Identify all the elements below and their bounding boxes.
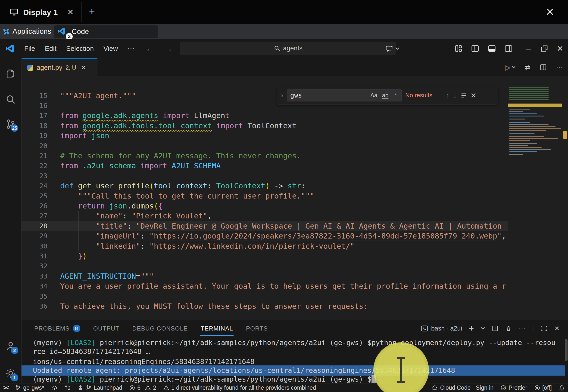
code-line-28[interactable]: 28 "title": "DevRel Engineer @ Google Wo…: [22, 221, 508, 231]
code-editor[interactable]: 15"""A2UI agent."""1617from google.adk.a…: [22, 76, 508, 320]
code-line-22[interactable]: 22from .a2ui_schema import A2UI_SCHEMA: [22, 161, 508, 171]
terminal-dropdown-icon[interactable]: [481, 327, 485, 330]
menu-edit[interactable]: Edit: [40, 45, 61, 52]
find-in-selection-icon[interactable]: [460, 92, 467, 99]
terminal-line[interactable]: rce id=5834638717142171648 …: [22, 347, 568, 356]
nav-forward-icon[interactable]: →: [164, 44, 173, 54]
taskbar-window-label: Code: [72, 28, 89, 36]
display-tab-close-icon[interactable]: ✕: [67, 7, 74, 17]
window-close-icon[interactable]: ✕: [557, 44, 564, 53]
match-case-icon[interactable]: Aa: [369, 92, 379, 99]
code-line-33[interactable]: 33AGENT_INSTRUCTION=""": [22, 271, 508, 281]
compare-icon: [65, 385, 71, 391]
menu-selection[interactable]: Selection: [61, 45, 99, 52]
overview-ruler[interactable]: [562, 76, 568, 320]
new-terminal-icon[interactable]: +: [469, 323, 474, 333]
compare-changes-item[interactable]: [65, 385, 71, 391]
nav-back-icon[interactable]: ←: [145, 44, 154, 54]
remote-indicator[interactable]: ><: [3, 384, 8, 391]
terminal-cursor: [372, 375, 376, 383]
code-line-17[interactable]: 17from google.adk.agents import LlmAgent: [22, 111, 508, 121]
terminal-instance[interactable]: bash - a2ui: [421, 325, 462, 332]
prettier-status-item[interactable]: Prettier: [500, 384, 527, 391]
screencast-status-item[interactable]: [off]: [534, 384, 552, 391]
notifications-status-item[interactable]: [559, 385, 565, 391]
accounts-icon[interactable]: 2: [5, 341, 16, 351]
toggle-replace-icon[interactable]: ›: [281, 92, 283, 99]
command-center-search[interactable]: agents: [180, 42, 396, 55]
find-close-icon[interactable]: ✕: [471, 91, 476, 99]
vulnerability-status-item[interactable]: 1 direct vulnerability found for all the…: [163, 384, 316, 391]
taskbar-window-button-code[interactable]: 3 Code: [54, 26, 158, 38]
code-line-31[interactable]: 31 }): [22, 251, 508, 261]
display-tab[interactable]: Display 1 ✕: [5, 3, 79, 21]
new-display-button[interactable]: +: [86, 4, 98, 19]
panel-more-icon[interactable]: ···: [519, 325, 525, 332]
code-line-25[interactable]: 25 """Call this tool to get the current …: [22, 191, 508, 201]
customize-layout-icon[interactable]: [455, 45, 463, 53]
close-panel-icon[interactable]: ✕: [554, 325, 560, 332]
code-line-27[interactable]: 27 "name": "Pierrick Voulet",: [22, 211, 508, 221]
code-line-34[interactable]: 34You are a user profile assistant. Your…: [22, 281, 508, 291]
copilot-chat-icon[interactable]: [386, 45, 400, 53]
terminal-line[interactable]: ions/us-central1/reasoningEngines/583463…: [22, 357, 568, 366]
window-minimize-icon[interactable]: [525, 45, 532, 52]
launchpad-item[interactable]: Launchpad: [77, 384, 122, 391]
cloud-code-status-item[interactable]: Cloud Code - Sign in: [431, 384, 493, 391]
code-line-20[interactable]: 20: [22, 141, 508, 151]
code-line-30[interactable]: 30 "linkedin": "https://www.linkedin.com…: [22, 241, 508, 251]
panel-tab-terminal[interactable]: TERMINAL: [201, 325, 233, 332]
kill-terminal-icon[interactable]: [505, 325, 512, 332]
code-line-19[interactable]: 19import json: [22, 131, 508, 141]
menu-overflow[interactable]: ⋯: [123, 45, 139, 53]
terminal-line[interactable]: Updated remote agent: projects/a2ui-agen…: [22, 366, 568, 375]
explorer-icon[interactable]: [5, 69, 16, 79]
menu-view[interactable]: View: [99, 45, 123, 52]
line-number: 31: [22, 252, 47, 260]
search-view-icon[interactable]: [5, 94, 16, 105]
terminal-line[interactable]: (myenv) [LOAS2] pierrick@pierrick:~/git/…: [22, 338, 568, 347]
maximize-panel-icon[interactable]: [541, 325, 547, 332]
find-input[interactable]: gws Aa ab .*: [287, 89, 402, 101]
code-line-35[interactable]: 35: [22, 291, 508, 301]
code-line-36[interactable]: 36To achieve this, you MUST follow these…: [22, 301, 508, 311]
terminal-output[interactable]: (myenv) [LOAS2] pierrick@pierrick:~/git/…: [22, 338, 568, 384]
split-terminal-icon[interactable]: [492, 325, 498, 332]
error-icon: [129, 385, 135, 391]
toggle-sidebar-icon[interactable]: [471, 45, 479, 53]
applications-menu-button[interactable]: Applications: [0, 24, 60, 39]
more-actions-icon[interactable]: ···: [556, 63, 563, 71]
code-line-21[interactable]: 21# The schema for any A2UI message. Thi…: [22, 151, 508, 161]
menu-file[interactable]: File: [19, 45, 40, 52]
code-line-24[interactable]: 24def get_user_profile(tool_context: Too…: [22, 181, 508, 191]
code-line-29[interactable]: 29 "imageUrl": "https://io.google/2024/s…: [22, 231, 508, 241]
code-line-23[interactable]: 23: [22, 171, 508, 181]
tab-agent-py[interactable]: agent.py 2, U ✕: [22, 58, 97, 76]
split-editor-icon[interactable]: [540, 64, 547, 71]
run-python-button[interactable]: ▷: [505, 63, 515, 71]
viewer-close-icon[interactable]: ✕: [543, 5, 556, 19]
source-control-icon[interactable]: 25: [5, 119, 16, 129]
window-restore-icon[interactable]: [541, 45, 548, 52]
find-previous-icon[interactable]: ↑: [446, 92, 449, 99]
sync-changes-item[interactable]: [51, 385, 58, 391]
panel-tab-output[interactable]: OUTPUT: [93, 325, 120, 332]
git-branch-item[interactable]: ge-gws*: [15, 384, 44, 391]
settings-gear-icon[interactable]: 1: [5, 368, 16, 378]
find-next-icon[interactable]: ↓: [453, 92, 457, 99]
toggle-panel-icon[interactable]: [488, 45, 496, 53]
open-changes-icon[interactable]: ⇄: [525, 63, 531, 71]
code-line-26[interactable]: 26 return json.dumps({: [22, 201, 508, 211]
tab-close-icon[interactable]: ✕: [81, 64, 86, 71]
code-line-18[interactable]: 18from google.adk.tools.tool_context imp…: [22, 121, 508, 131]
terminal-prompt-line[interactable]: (myenv) [LOAS2] pierrick@pierrick:~/git/…: [22, 375, 568, 384]
whole-word-icon[interactable]: ab: [381, 92, 390, 99]
panel-tab-ports[interactable]: PORTS: [246, 325, 268, 332]
panel-tab-debug-console[interactable]: DEBUG CONSOLE: [132, 325, 188, 332]
regex-icon[interactable]: .*: [392, 92, 398, 99]
minimap[interactable]: [508, 76, 562, 320]
problems-status-item[interactable]: 6 2: [129, 384, 156, 391]
toggle-secondary-sidebar-icon[interactable]: [505, 45, 512, 53]
code-line-32[interactable]: 32: [22, 261, 508, 271]
panel-tab-problems[interactable]: PROBLEMS8: [34, 325, 80, 332]
